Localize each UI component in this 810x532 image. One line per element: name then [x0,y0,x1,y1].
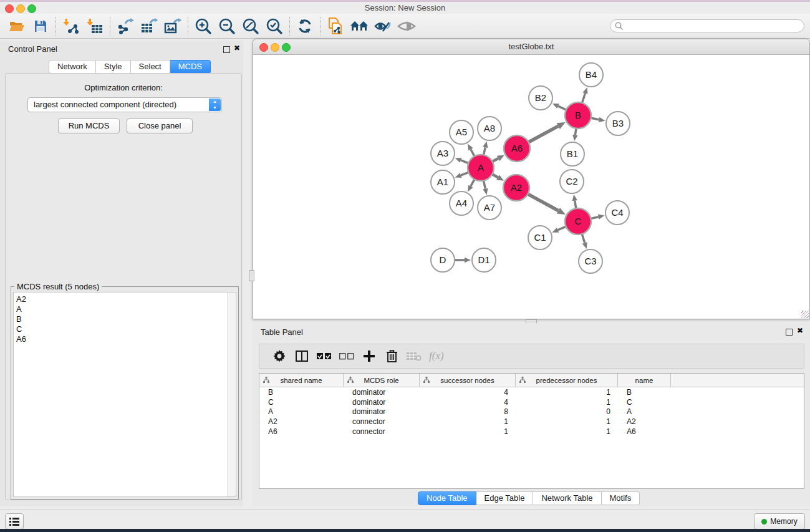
search-input[interactable] [610,19,804,32]
result-item[interactable]: B [16,314,236,324]
tab-node-table[interactable]: Node Table [418,491,476,505]
table-cell[interactable]: dominator [344,407,420,417]
graph-node-label: A1 [437,177,448,187]
network-canvas[interactable]: B4B2BB3A5A8A6B1A3AA1C2A2A4A7C4CC1C3DD1 [253,54,809,319]
graph-node-label: B1 [567,148,578,159]
zoom-out-button[interactable] [215,16,239,37]
node-table[interactable]: shared nameMCDS rolesuccessor nodesprede… [259,373,804,489]
open-file-button[interactable] [5,16,29,37]
table-cell[interactable]: dominator [344,397,420,407]
export-image-button[interactable] [161,16,185,37]
export-network-button[interactable] [113,16,137,37]
table-cell[interactable]: A [618,407,671,417]
optimization-criterion-select[interactable]: largest connected component (directed) ▲… [27,97,222,112]
table-cell[interactable]: B [618,387,671,397]
window-resize-grip[interactable] [801,311,809,318]
table-cell[interactable]: 1 [516,387,618,397]
graph-node-label: B3 [612,118,624,128]
table-cell[interactable]: 1 [420,427,516,437]
table-cell[interactable]: A [259,407,344,417]
save-session-button[interactable] [29,16,52,37]
import-table-icon [86,18,104,34]
table-cell[interactable]: A2 [618,417,671,427]
table-cell[interactable]: B [259,387,344,397]
deselect-all-button[interactable] [335,353,358,360]
close-panel-button[interactable]: Close panel [127,118,193,133]
show-column-button[interactable] [291,351,313,362]
function-builder-button[interactable]: f(x) [429,350,444,362]
table-cell[interactable]: 0 [516,407,618,417]
memory-button[interactable]: Memory [754,513,805,530]
mcds-result-list[interactable]: A2ABCA6 [13,292,236,497]
table-cell[interactable]: 1 [516,397,618,407]
table-cell[interactable]: 8 [420,407,516,417]
network-window-titlebar[interactable]: testGlobe.txt [253,39,809,55]
table-cell[interactable]: A6 [259,427,344,437]
column-header-MCDS-role[interactable]: MCDS role [344,374,420,387]
tab-select[interactable]: Select [131,60,170,74]
zoom-selected-button[interactable] [263,16,286,37]
table-row[interactable]: Adominator80A [259,407,804,417]
float-panel-icon[interactable] [223,46,230,53]
tab-network-table[interactable]: Network Table [533,491,601,505]
delete-table-button[interactable] [403,351,425,361]
table-cell[interactable]: C [618,397,671,407]
result-item[interactable]: A [16,304,236,314]
trash-icon [387,350,397,362]
column-header-successor-nodes[interactable]: successor nodes [420,374,516,387]
graph-edge-A6-B[interactable] [528,126,559,143]
select-all-button[interactable] [313,353,335,360]
delete-column-button[interactable] [380,350,403,362]
table-options-gear-button[interactable] [268,350,291,362]
float-panel-icon[interactable] [786,329,793,336]
table-cell[interactable]: A6 [618,427,671,437]
close-panel-icon[interactable]: ✖ [234,44,240,52]
graph-node-label: B [575,110,581,120]
result-item[interactable]: A2 [16,294,236,304]
birdseye-view-button[interactable] [395,16,418,37]
tab-mcds[interactable]: MCDS [170,60,211,74]
result-item[interactable]: C [16,324,236,334]
result-list-scrollbar[interactable] [227,293,236,496]
run-mcds-button[interactable]: Run MCDS [58,118,120,133]
import-network-button[interactable] [59,16,83,37]
tab-network[interactable]: Network [49,60,96,74]
table-row[interactable]: Cdominator41C [259,397,804,407]
export-table-button[interactable] [137,16,161,37]
import-table-button[interactable] [83,16,107,37]
column-header-predecessor-nodes[interactable]: predecessor nodes [516,374,618,387]
refresh-button[interactable] [293,16,317,37]
graph-edge-A2-C[interactable] [527,193,559,211]
table-cell[interactable]: 4 [420,397,516,407]
export-network-icon [117,18,134,34]
table-cell[interactable]: dominator [344,387,420,397]
column-header-shared-name[interactable]: shared name [259,374,344,387]
show-graphics-details-button[interactable] [371,16,395,37]
table-row[interactable]: Bdominator41B [259,387,804,397]
column-header-name[interactable]: name [618,374,671,387]
table-cell[interactable]: C [259,397,344,407]
zoom-fit-button[interactable] [239,16,263,37]
table-cell[interactable]: 1 [516,417,618,427]
table-cell[interactable]: 4 [420,387,516,397]
tab-motifs[interactable]: Motifs [602,491,640,505]
home-icon [350,19,369,33]
task-history-button[interactable] [5,513,24,530]
clone-network-button[interactable] [324,16,347,37]
table-toolbar: f(x) [259,344,804,369]
home-button[interactable] [347,16,371,37]
table-cell[interactable]: 1 [516,427,618,437]
close-panel-icon[interactable]: ✖ [797,326,803,335]
table-cell[interactable]: 1 [420,417,516,427]
table-row[interactable]: A6connector11A6 [259,427,804,437]
table-cell[interactable]: connector [344,427,420,437]
table-row[interactable]: A2connector11A2 [259,417,804,427]
table-cell[interactable]: connector [344,417,420,427]
tab-edge-table[interactable]: Edge Table [476,491,534,505]
zoom-in-button[interactable] [191,16,215,37]
table-cell[interactable]: A2 [259,417,344,427]
tab-style[interactable]: Style [96,60,131,74]
divider-grip[interactable] [249,270,254,281]
result-item[interactable]: A6 [16,334,236,344]
add-column-button[interactable] [358,351,380,362]
